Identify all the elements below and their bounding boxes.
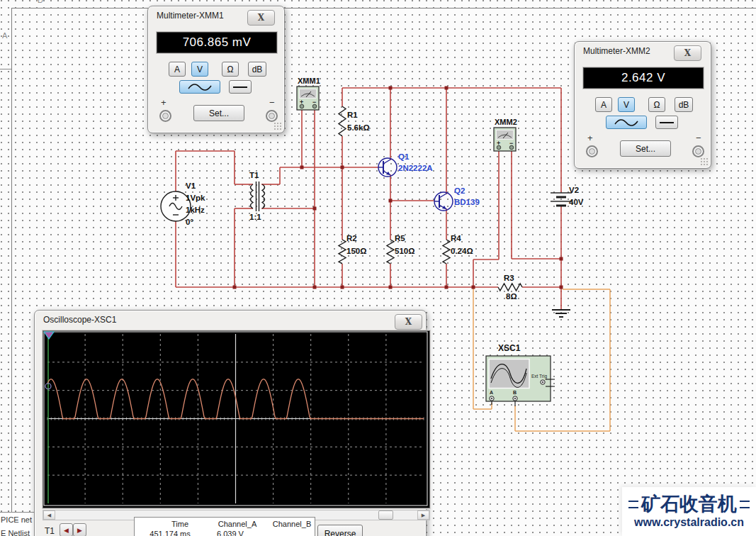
scrollbar-left-arrow-icon[interactable]: ◀	[43, 510, 55, 520]
transformer-T1[interactable]	[251, 182, 265, 211]
ohm-button[interactable]: Ω	[648, 97, 665, 112]
resistor-R5[interactable]	[387, 240, 394, 264]
component-label: 5.6kΩ	[347, 123, 370, 132]
resistor-R4[interactable]	[443, 240, 450, 264]
wire-junction	[389, 86, 393, 90]
dc-mode-button[interactable]	[655, 116, 678, 129]
sine-wave-icon	[188, 84, 212, 91]
ampere-button[interactable]: A	[595, 97, 612, 112]
db-button[interactable]: dB	[248, 62, 266, 77]
sine-wave-icon	[614, 119, 638, 126]
component-label: 8Ω	[506, 292, 517, 301]
component-label: R1	[347, 111, 358, 119]
instrument-icon-XSC1[interactable]: Ext TrigABXSC1	[486, 343, 555, 406]
component-label: 0°	[186, 218, 193, 226]
netlist-text-line1: PICE net	[0, 515, 34, 524]
window-title: Multimeter-XMM2	[583, 46, 650, 56]
minus-terminal[interactable]	[692, 145, 704, 157]
component-label: 1:1	[249, 213, 261, 221]
component-label: 1kHz	[186, 206, 205, 214]
multimeter-reading: 706.865 mV	[157, 32, 277, 53]
watermark-title: 矿石收音机	[641, 495, 737, 514]
plus-terminal[interactable]	[586, 145, 598, 157]
dc-line-icon	[232, 85, 248, 89]
wire-junction	[389, 286, 393, 289]
component-label: V1	[186, 182, 196, 190]
wire-junction	[445, 86, 448, 90]
dc-line-icon	[659, 121, 675, 125]
ac-mode-button[interactable]	[606, 116, 647, 129]
multimeter-reading: 2.642 V	[583, 67, 704, 89]
wire-junction	[445, 286, 448, 289]
oscilloscope-window[interactable]: Oscilloscope-XSC1 X ◀ ▶ T1 ◀ ▶ Time Chan…	[34, 310, 427, 536]
time-value: 451.174 ms	[149, 530, 190, 536]
ohm-button[interactable]: Ω	[222, 62, 239, 77]
minus-terminal[interactable]	[266, 110, 278, 122]
svg-text:XMM2: XMM2	[495, 118, 517, 126]
component-label: 2N2222A	[398, 164, 433, 172]
instrument-icon-XMM2[interactable]: +−XMM2	[494, 118, 517, 151]
window-title: Multimeter-XMM1	[157, 11, 224, 21]
cursor-prev-icon[interactable]: ◀	[60, 523, 73, 536]
ampere-button[interactable]: A	[169, 62, 186, 77]
component-label: Q1	[398, 152, 410, 161]
set-button[interactable]: Set...	[620, 140, 671, 157]
netlist-panel: PICE net E Netlist	[0, 512, 34, 536]
db-button[interactable]: dB	[675, 97, 693, 112]
channel-a-value: 6.039 V	[217, 530, 244, 536]
wire-junction	[233, 286, 237, 289]
close-icon[interactable]: X	[674, 45, 701, 61]
window-title: Oscilloscope-XSC1	[43, 315, 116, 325]
close-icon[interactable]: X	[395, 314, 422, 330]
wire-junction	[313, 207, 317, 211]
component-label: BD139	[454, 198, 480, 206]
component-label: R3	[504, 274, 514, 282]
scope-screen	[43, 330, 430, 508]
column-channel-a: Channel_A	[218, 520, 256, 528]
component-label: R5	[395, 234, 405, 242]
wire-junction	[389, 199, 393, 203]
svg-text:B: B	[513, 390, 517, 395]
transistor-Q1[interactable]	[378, 158, 397, 177]
plus-terminal-label: +	[161, 97, 167, 108]
resistor-R1[interactable]	[339, 106, 346, 136]
component-label: T1	[249, 171, 259, 179]
multimeter-xmm1-window[interactable]: Multimeter-XMM1 X 706.865 mV A V Ω dB + …	[147, 6, 285, 133]
column-channel-b: Channel_B	[273, 520, 311, 528]
wire-junction	[300, 166, 304, 169]
svg-text:XSC1: XSC1	[498, 343, 521, 353]
dc-mode-button[interactable]	[229, 80, 252, 94]
component-label: R4	[451, 234, 461, 242]
ac-mode-button[interactable]	[179, 80, 220, 94]
ground-symbol[interactable]	[552, 310, 570, 317]
cursor-next-icon[interactable]: ▶	[73, 523, 86, 536]
plus-terminal-label: +	[587, 133, 593, 143]
svg-text:A: A	[490, 390, 493, 395]
plus-terminal[interactable]	[159, 110, 171, 122]
svg-text:Ext Trig: Ext Trig	[531, 374, 547, 379]
close-icon[interactable]: X	[247, 10, 275, 26]
reverse-button[interactable]: Reverse	[317, 525, 363, 536]
oscilloscope-titlebar[interactable]: Oscilloscope-XSC1	[35, 311, 426, 328]
set-button[interactable]: Set...	[193, 105, 244, 121]
resistor-R2[interactable]	[339, 240, 346, 264]
component-label: V2	[569, 186, 579, 194]
resize-grip[interactable]	[700, 157, 708, 165]
component-label: 1Vpk	[186, 194, 205, 202]
transistor-Q2[interactable]	[434, 192, 453, 211]
minus-terminal-label: −	[696, 133, 701, 143]
component-label: 0.24Ω	[451, 247, 473, 255]
resize-grip[interactable]	[273, 122, 281, 130]
instrument-icon-XMM1[interactable]: +−XMM1	[297, 77, 320, 110]
volt-button[interactable]: V	[191, 62, 208, 77]
wire-junction	[472, 286, 475, 289]
cursor-t1-handle-icon[interactable]	[44, 332, 54, 339]
multimeter-xmm2-window[interactable]: Multimeter-XMM2 X 2.642 V A V Ω dB + Set…	[574, 41, 711, 169]
wire-junction	[313, 286, 317, 289]
volt-button[interactable]: V	[618, 97, 635, 112]
multisim-workspace: { "icons": { "close_glyph": "X", "cursor…	[0, 0, 756, 536]
scrollbar-thumb[interactable]	[378, 510, 393, 520]
component-label: R2	[346, 234, 357, 242]
resistor-R3[interactable]	[498, 284, 522, 291]
scrollbar-right-arrow-icon[interactable]: ▶	[417, 510, 429, 520]
